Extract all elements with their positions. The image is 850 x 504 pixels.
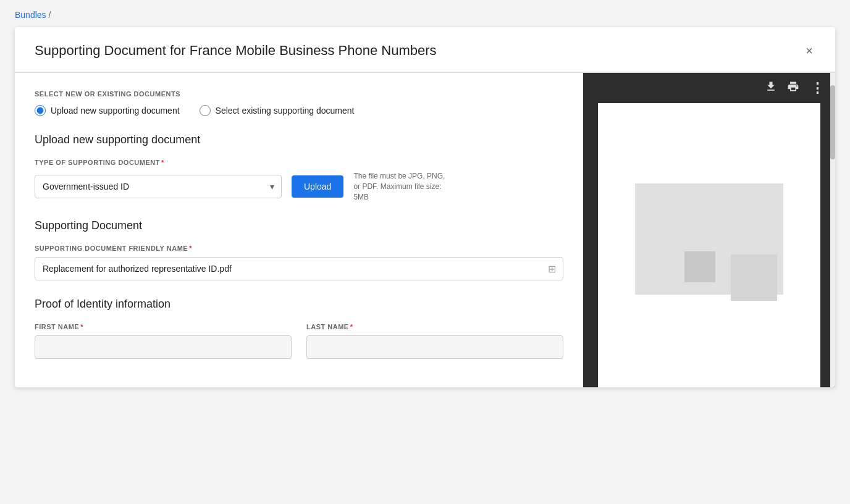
radio-select-existing-label: Select existing supporting document <box>216 106 355 116</box>
modal-header: Supporting Document for France Mobile Bu… <box>15 27 835 72</box>
scrollbar-thumb[interactable] <box>830 85 835 159</box>
print-icon[interactable] <box>787 80 799 96</box>
preview-section: ⋮ <box>583 73 835 387</box>
last-name-label: LAST NAME* <box>306 323 563 330</box>
upload-section-title: Upload new supporting document <box>35 133 563 146</box>
name-row: FIRST NAME* LAST NAME* <box>35 323 563 359</box>
first-name-input[interactable] <box>35 335 292 359</box>
preview-image-block-small <box>731 254 777 301</box>
preview-image-mock <box>635 183 783 307</box>
preview-toolbar: ⋮ <box>583 73 835 103</box>
radio-select-existing[interactable]: Select existing supporting document <box>200 105 355 116</box>
doc-type-select-wrapper: Government-issued ID Proof of Address Bu… <box>35 175 282 198</box>
first-name-field: FIRST NAME* <box>35 323 292 359</box>
radio-upload-new[interactable]: Upload new supporting document <box>35 105 180 116</box>
modal-body: SELECT NEW OR EXISTING DOCUMENTS Upload … <box>15 73 835 387</box>
scrollbar-track[interactable] <box>830 73 835 387</box>
doc-type-select[interactable]: Government-issued ID Proof of Address Bu… <box>35 175 282 198</box>
radio-group: Upload new supporting document Select ex… <box>35 105 563 116</box>
breadcrumb-bundles-link[interactable]: Bundles <box>15 10 46 20</box>
first-name-label: FIRST NAME* <box>35 323 292 330</box>
first-name-required-star: * <box>80 323 83 330</box>
document-icon: ⊞ <box>548 263 556 275</box>
preview-image-block-tiny <box>684 251 715 282</box>
breadcrumb: Bundles / <box>15 10 835 20</box>
upload-button[interactable]: Upload <box>292 175 343 198</box>
last-name-required-star: * <box>350 323 353 330</box>
radio-upload-new-input[interactable] <box>35 105 46 116</box>
close-button[interactable]: × <box>803 42 815 59</box>
first-name-input-wrapper <box>35 335 292 359</box>
doc-type-row: Government-issued ID Proof of Address Bu… <box>35 171 563 202</box>
doc-type-field-group: TYPE OF SUPPORTING DOCUMENT* Government-… <box>35 159 563 202</box>
preview-content <box>598 103 820 387</box>
radio-upload-new-label: Upload new supporting document <box>51 106 180 116</box>
supporting-doc-title: Supporting Document <box>35 219 563 232</box>
radio-select-existing-input[interactable] <box>200 105 211 116</box>
breadcrumb-separator: / <box>49 10 51 20</box>
modal-container: Supporting Document for France Mobile Bu… <box>15 27 835 387</box>
download-icon[interactable] <box>765 80 777 96</box>
doc-type-required-star: * <box>161 159 164 166</box>
modal-title: Supporting Document for France Mobile Bu… <box>35 43 437 59</box>
doc-type-label: TYPE OF SUPPORTING DOCUMENT* <box>35 159 563 166</box>
proof-section: Proof of Identity information FIRST NAME… <box>35 298 563 359</box>
select-docs-label: SELECT NEW OR EXISTING DOCUMENTS <box>35 90 563 98</box>
more-options-icon[interactable]: ⋮ <box>809 82 825 95</box>
last-name-field: LAST NAME* <box>306 323 563 359</box>
friendly-name-required-star: * <box>189 245 192 252</box>
upload-hint: The file must be JPG, PNG, or PDF. Maxim… <box>353 171 452 202</box>
friendly-name-label: SUPPORTING DOCUMENT FRIENDLY NAME* <box>35 245 563 252</box>
last-name-input[interactable] <box>306 335 563 359</box>
friendly-name-input-wrapper: ⊞ <box>35 257 563 280</box>
form-section: SELECT NEW OR EXISTING DOCUMENTS Upload … <box>15 73 583 387</box>
last-name-input-wrapper <box>306 335 563 359</box>
proof-section-title: Proof of Identity information <box>35 298 563 311</box>
supporting-doc-section: Supporting Document SUPPORTING DOCUMENT … <box>35 219 563 280</box>
page-wrapper: Bundles / Supporting Document for France… <box>0 0 850 397</box>
friendly-name-input[interactable] <box>35 257 563 280</box>
